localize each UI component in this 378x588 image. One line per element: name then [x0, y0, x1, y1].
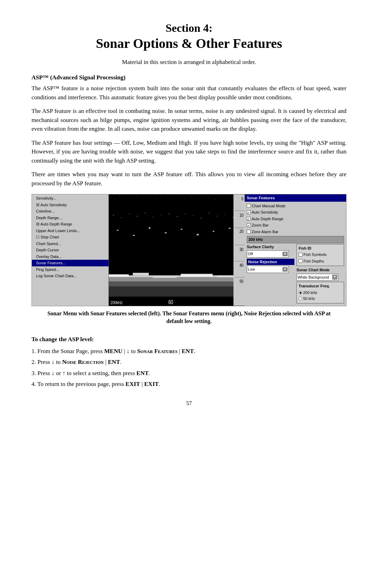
svg-text:10: 10 — [239, 213, 244, 217]
figure-caption: Sonar Menu with Sonar Features selected … — [31, 310, 346, 325]
sonar-chart-mode-value: White Background — [298, 274, 329, 280]
step-1: 1. From the Sonar Page, press MENU | ↓ t… — [31, 347, 346, 356]
svg-rect-17 — [203, 196, 203, 197]
subtitle: Material in this section is arranged in … — [31, 58, 346, 67]
freq-200-row: 200 kHz — [299, 290, 342, 296]
svg-rect-37 — [217, 216, 217, 217]
paragraph-2: The ASP feature is an effective tool in … — [31, 107, 346, 134]
menu-item-overlay-data: Overlay Data... — [32, 253, 108, 260]
svg-rect-45 — [133, 273, 149, 275]
freq-50-label: 50 kHz — [303, 296, 315, 302]
menu-item-auto-depth-range: ☒ Auto Depth Range — [32, 221, 108, 228]
fish-symbols-checkbox — [299, 253, 302, 257]
main-title: Sonar Options & Other Features — [31, 36, 346, 52]
steps-list: 1. From the Sonar Page, press MENU | ↓ t… — [31, 347, 346, 389]
chart-manual-mode-label: Chart Manual Mode — [252, 203, 286, 209]
freq-50-row: 50 kHz — [299, 296, 342, 302]
surface-clarity-select[interactable]: Off ▼ — [247, 250, 289, 258]
svg-text:50: 50 — [239, 279, 244, 284]
svg-rect-30 — [161, 215, 162, 215]
step4-bold2: EXIT — [144, 381, 159, 387]
sonar-chart-mode-select-row: White Background ▼ — [296, 274, 344, 281]
svg-rect-12 — [173, 199, 173, 199]
paragraph-4: There are times when you may want to tur… — [31, 170, 346, 188]
auto-sensitivity-label: Auto Sensitivity — [252, 209, 278, 215]
svg-rect-7 — [143, 198, 144, 198]
menu-item-sonar-features: Sonar Features... — [32, 260, 108, 266]
svg-rect-18 — [209, 198, 209, 199]
chart-manual-mode-checkbox — [247, 204, 251, 208]
menu-item-ping-speed: Ping Speed... — [32, 266, 108, 273]
svg-rect-14 — [185, 198, 185, 199]
svg-rect-34 — [193, 215, 194, 216]
svg-rect-4 — [125, 199, 125, 199]
svg-rect-41 — [109, 278, 245, 282]
surface-clarity-value: Off — [248, 251, 253, 257]
paragraph-1: The ASP™ feature is a noise rejection sy… — [31, 84, 346, 102]
fish-symbols-row: Fish Symbols — [299, 252, 342, 258]
menu-item-stop-chart: ☐ Stop Chart — [32, 234, 108, 241]
svg-rect-11 — [167, 198, 167, 198]
sf-chart-manual-mode: Chart Manual Mode — [247, 203, 344, 209]
svg-rect-56 — [229, 228, 231, 229]
section-label: Section 4: — [31, 21, 346, 36]
transducer-freq-label: Transducer Freq. — [299, 283, 342, 289]
svg-rect-9 — [155, 199, 155, 199]
menu-item-depth-cursor: Depth Cursor — [32, 247, 108, 253]
figure-caption-text: Sonar Menu with Sonar Features selected … — [47, 310, 330, 324]
svg-rect-24 — [113, 215, 114, 216]
svg-text:60: 60 — [168, 299, 173, 306]
svg-rect-51 — [149, 227, 150, 229]
svg-rect-8 — [149, 197, 149, 197]
sonar-chart-mode-arrow: ▼ — [332, 275, 337, 280]
freq-200-radio — [299, 291, 302, 294]
svg-rect-52 — [165, 232, 167, 234]
svg-rect-13 — [179, 196, 180, 196]
noise-rejection-arrow: ▼ — [282, 267, 288, 272]
step1-smallcaps1: Sonar Features — [137, 348, 177, 354]
noise-rejection-select[interactable]: Low ▼ — [247, 266, 289, 273]
sonar-chart-mode-label: Sonar Chart Mode — [296, 267, 344, 273]
svg-rect-19 — [215, 199, 215, 199]
svg-rect-36 — [209, 213, 210, 214]
sf-zone-alarm-bar: Zone Alarm Bar — [247, 229, 344, 235]
svg-rect-44 — [109, 274, 129, 277]
menu-item-sensitivity: Sensitivity... — [32, 195, 108, 202]
step-2: 2. Press ↓ to Noise Rejection | ENT. — [31, 358, 346, 367]
sf-two-col: Surface Clarity Off ▼ Noise Rejection Lo… — [247, 244, 344, 304]
step1-bold2: ENT — [182, 348, 194, 354]
zoom-bar-checkbox — [247, 223, 251, 227]
sf-200khz-label: 200 kHz — [247, 236, 344, 243]
sonar-chart-mode-select[interactable]: White Background ▼ — [296, 274, 338, 281]
step3-bold2: ENT — [136, 370, 149, 377]
sonar-features-panel: Sonar Features Chart Manual Mode Auto Se… — [245, 194, 346, 306]
svg-rect-25 — [121, 217, 121, 218]
svg-text:30: 30 — [239, 247, 244, 252]
svg-text:20: 20 — [239, 229, 244, 234]
freq-50-radio — [299, 297, 302, 300]
svg-rect-39 — [233, 217, 233, 218]
svg-text:40: 40 — [239, 263, 244, 267]
step-3: 3. Press ↓ or ↑ to select a setting, the… — [31, 369, 346, 378]
figure-images: Sensitivity... ☒ Auto Sensitivity Colorl… — [31, 194, 346, 306]
sonar-display: 0 10 20 30 40 50 60 200kHz — [109, 194, 245, 306]
menu-item-colorline: Colorline... — [32, 208, 108, 215]
auto-depth-range-label: Auto Depth Range — [252, 216, 284, 222]
svg-rect-31 — [169, 213, 169, 215]
fish-id-box: Fish ID Fish Symbols Fish Depths — [296, 244, 344, 266]
svg-rect-35 — [201, 217, 201, 218]
fish-depths-label: Fish Depths — [303, 258, 324, 264]
svg-rect-1 — [111, 197, 112, 197]
menu-item-auto-sensitivity: ☒ Auto Sensitivity — [32, 202, 108, 208]
svg-rect-33 — [185, 214, 186, 215]
auto-depth-range-checkbox — [247, 217, 251, 221]
svg-rect-22 — [233, 197, 233, 198]
svg-rect-50 — [133, 235, 135, 236]
sf-panel-body: Chart Manual Mode Auto Sensitivity Auto … — [245, 202, 346, 306]
sf-zoom-bar: Zoom Bar — [247, 222, 344, 228]
left-sonar-menu: Sensitivity... ☒ Auto Sensitivity Colorl… — [32, 194, 109, 306]
page-number: 57 — [31, 399, 346, 408]
zoom-bar-label: Zoom Bar — [252, 222, 268, 228]
asp-heading: ASP™ (Advanced Signal Processing) — [31, 73, 346, 82]
step3-or: or — [56, 370, 61, 377]
